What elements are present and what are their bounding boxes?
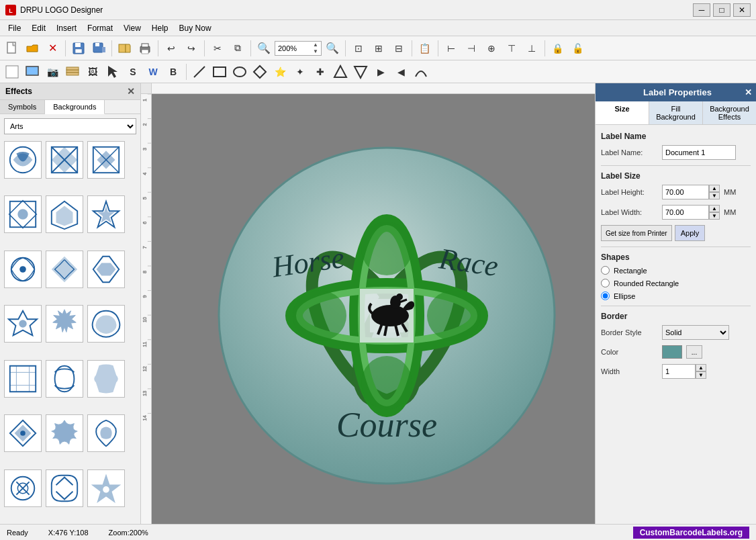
rp-tab-fill[interactable]: Fill Background [649, 101, 703, 124]
zoom-down[interactable]: ▼ [313, 48, 318, 55]
copy-button[interactable]: ⧉ [228, 40, 247, 57]
grid-button[interactable]: ⊞ [369, 40, 388, 57]
symbol-12[interactable] [87, 305, 125, 343]
symbol-15[interactable] [87, 360, 125, 398]
border-style-select[interactable]: Solid Dashed Dotted None [662, 325, 729, 340]
tool-ellipse[interactable] [230, 63, 249, 81]
height-input[interactable] [662, 185, 709, 199]
unlock-button[interactable]: 🔓 [569, 40, 587, 57]
cut-button[interactable]: ✂ [208, 40, 227, 57]
panel-close-button[interactable]: ✕ [127, 86, 135, 97]
zoom-out-button[interactable]: 🔍 [323, 40, 342, 57]
close-doc-button[interactable]: ✕ [43, 40, 62, 57]
redo-button[interactable]: ↪ [182, 40, 201, 57]
menu-buynow[interactable]: Buy Now [174, 22, 217, 34]
align-center-button[interactable]: ⊕ [482, 40, 501, 57]
shape-rect-label[interactable]: Rectangle [614, 267, 647, 275]
restore-button[interactable]: □ [713, 3, 730, 17]
apply-button[interactable]: Apply [675, 225, 706, 241]
tool-cross[interactable]: ✚ [311, 63, 330, 81]
zoom-in-button[interactable]: 🔍 [254, 40, 273, 57]
canvas-area[interactable]: Horse Race Course [152, 94, 595, 524]
undo-button[interactable]: ↩ [162, 40, 181, 57]
border-width-up[interactable]: ▲ [696, 364, 706, 371]
tool-diamond[interactable] [250, 63, 269, 81]
width-down[interactable]: ▼ [709, 212, 720, 220]
save-button[interactable] [69, 40, 88, 57]
symbol-5[interactable] [46, 195, 83, 233]
tool-starburst[interactable]: ✦ [291, 63, 310, 81]
shape-rect-radio[interactable] [601, 266, 610, 275]
tool-photo[interactable]: 🖼 [83, 63, 102, 81]
label-name-input[interactable] [662, 145, 736, 160]
zoom-box[interactable]: 200% ▲ ▼ [275, 41, 322, 56]
tool-new[interactable] [3, 63, 21, 81]
tool-camera[interactable]: 📷 [43, 63, 62, 81]
tool-layers[interactable] [63, 63, 82, 81]
menu-file[interactable]: File [3, 22, 26, 34]
open-file-button[interactable] [115, 40, 134, 57]
rulers-button[interactable]: ⊟ [389, 40, 408, 57]
save-as-button[interactable] [89, 40, 108, 57]
tool-select[interactable] [103, 63, 122, 81]
symbol-9[interactable] [87, 251, 125, 288]
symbol-3[interactable] [87, 141, 125, 179]
right-panel-close[interactable]: ✕ [745, 87, 752, 97]
align-right-button[interactable]: ⊣ [462, 40, 481, 57]
symbol-4[interactable] [4, 195, 42, 233]
tool-arc[interactable] [412, 63, 430, 81]
symbol-14[interactable] [46, 360, 83, 398]
symbol-10[interactable] [4, 305, 42, 343]
tool-arrow-right[interactable]: ▶ [371, 63, 390, 81]
menu-help[interactable]: Help [146, 22, 174, 34]
symbol-16[interactable] [4, 414, 42, 452]
new-button[interactable] [3, 40, 21, 57]
tool-rect[interactable] [210, 63, 229, 81]
shape-ellipse-label[interactable]: Ellipse [614, 292, 635, 300]
symbol-6[interactable] [87, 195, 125, 233]
menu-edit[interactable]: Edit [26, 22, 51, 34]
open-button[interactable] [23, 40, 42, 57]
tool-screen[interactable] [23, 63, 42, 81]
symbol-13[interactable] [4, 360, 42, 398]
tool-star[interactable]: ⭐ [271, 63, 289, 81]
align-top-button[interactable]: ⊤ [502, 40, 521, 57]
tool-triangle[interactable] [331, 63, 350, 81]
symbol-20[interactable] [46, 469, 83, 507]
align-left-button[interactable]: ⊢ [442, 40, 461, 57]
menu-view[interactable]: View [118, 22, 146, 34]
symbol-21[interactable] [87, 469, 125, 507]
width-input[interactable] [662, 205, 709, 220]
symbol-2[interactable] [46, 141, 83, 179]
color-more-button[interactable]: ... [686, 345, 702, 359]
symbol-1[interactable] [4, 141, 42, 179]
shape-ellipse-radio[interactable] [601, 291, 610, 300]
fit-page-button[interactable]: ⊡ [349, 40, 368, 57]
properties-button[interactable]: 📋 [416, 40, 434, 57]
category-dropdown[interactable]: Arts [4, 118, 136, 134]
lock-button[interactable]: 🔒 [549, 40, 567, 57]
color-swatch[interactable] [662, 345, 682, 359]
menu-format[interactable]: Format [82, 22, 118, 34]
symbol-19[interactable] [4, 469, 42, 507]
print-button[interactable] [136, 40, 154, 57]
height-up[interactable]: ▲ [709, 185, 720, 192]
rp-tab-size[interactable]: Size [596, 101, 649, 124]
tool-triangle-down[interactable] [351, 63, 370, 81]
zoom-up[interactable]: ▲ [313, 42, 318, 48]
symbol-7[interactable] [4, 251, 42, 288]
border-width-down[interactable]: ▼ [696, 371, 706, 379]
shape-rounded-label[interactable]: Rounded Rectangle [614, 279, 679, 287]
tool-wordart[interactable]: W [144, 63, 162, 81]
zoom-input[interactable]: 200% [278, 44, 312, 52]
symbol-17[interactable] [46, 414, 83, 452]
rp-tab-effects[interactable]: Background Effects [703, 101, 756, 124]
tool-barcode[interactable]: B [164, 63, 183, 81]
get-size-button[interactable]: Get size from Printer [601, 225, 672, 241]
width-up[interactable]: ▲ [709, 205, 720, 212]
tab-backgrounds[interactable]: Backgrounds [45, 100, 105, 114]
tool-text[interactable]: S [124, 63, 142, 81]
close-button[interactable]: ✕ [733, 3, 751, 17]
tab-symbols[interactable]: Symbols [0, 100, 45, 114]
menu-insert[interactable]: Insert [51, 22, 82, 34]
